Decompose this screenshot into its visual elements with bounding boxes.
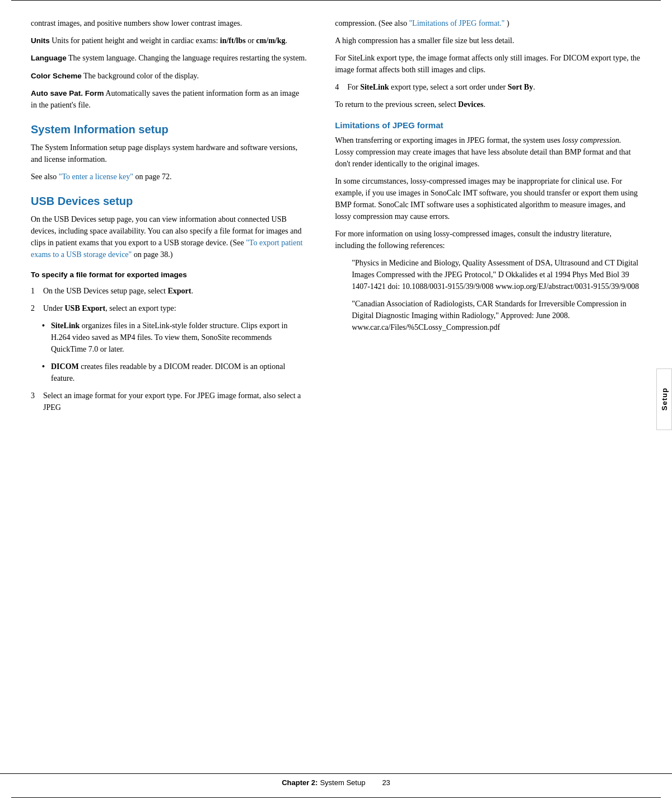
usb-intro-para: On the USB Devices setup page, you can v… [31, 213, 307, 260]
bullet-sitelink: • SiteLink organizes files in a SiteLink… [42, 320, 307, 355]
step-2: 2 Under USB Export, select an export typ… [31, 302, 307, 314]
step-3-num: 3 [31, 390, 39, 413]
jpeg-para2: In some circumstances, lossy-compressed … [335, 175, 641, 222]
step-3: 3 Select an image format for your export… [31, 390, 307, 413]
intro-para: contrast images, and positive numbers sh… [31, 17, 307, 29]
sortby-bold: Sort By [507, 83, 533, 91]
step-1: 1 On the USB Devices setup page, select … [31, 285, 307, 297]
see-also-suffix: on page 72. [136, 172, 172, 181]
footer-page-number: 23 [382, 778, 390, 787]
units-bold1: in/ft/lbs [220, 36, 246, 45]
sitelink-term: SiteLink [51, 321, 80, 330]
usb-export-bold: USB Export [65, 304, 106, 312]
system-info-see-also: See also "To enter a license key" on pag… [31, 171, 307, 183]
steps-list-2: 3 Select an image format for your export… [31, 390, 307, 413]
compression-detail-para: A high compression has a smaller file si… [335, 35, 641, 46]
jpeg-para1-prefix: When transferring or exporting images in… [335, 136, 562, 144]
step-4: 4 For SiteLink export type, select a sor… [335, 81, 641, 93]
step3-cont-suffix: ) [507, 19, 510, 27]
step-3-text: Select an image format for your export t… [43, 390, 307, 413]
units-term-para: Units Units for patient height and weigh… [31, 35, 307, 46]
main-columns: contrast images, and positive numbers sh… [0, 1, 672, 797]
quote-2-text: "Canadian Association of Radiologists, C… [352, 298, 641, 333]
bullet-list: • SiteLink organizes files in a SiteLink… [42, 320, 307, 384]
bullet-symbol-2: • [42, 361, 46, 384]
jpeg-para1: When transferring or exporting images in… [335, 134, 641, 170]
quote-1: "Physics in Medicine and Biology, Qualit… [352, 257, 641, 292]
usb-heading: USB Devices setup [31, 195, 307, 208]
steps-list: 1 On the USB Devices setup page, select … [31, 285, 307, 314]
quote-2: "Canadian Association of Radiologists, C… [352, 298, 641, 333]
quote-1-text: "Physics in Medicine and Biology, Qualit… [352, 257, 641, 292]
sitelink-bold: SiteLink [360, 83, 389, 91]
units-text: Units for patient height and weight in c… [52, 36, 287, 45]
step-4-text: For SiteLink export type, select a sort … [347, 81, 535, 93]
jpeg-limitations-heading: Limitations of JPEG format [335, 120, 641, 130]
step-4-num: 4 [335, 81, 343, 93]
footer-chapter-label: Chapter 2: [282, 778, 318, 787]
language-term: Language [31, 54, 67, 62]
right-column: compression. (See also "Limitations of J… [324, 17, 641, 764]
usb-intro-suffix: on page 38.) [134, 250, 173, 259]
footer-chapter-name: System Setup [320, 778, 365, 787]
step-1-text: On the USB Devices setup page, select Ex… [43, 285, 193, 297]
bullet-dicom: • DICOM creates files readable by a DICO… [42, 361, 307, 384]
see-also-prefix: See also [31, 172, 59, 181]
step-1-num: 1 [31, 285, 39, 297]
procedure-heading: To specify a file format for exported im… [31, 269, 307, 281]
system-info-heading: System Information setup [31, 123, 307, 136]
sitelink-dicom-para: For SiteLink export type, the image form… [335, 52, 641, 76]
auto-save-term-para: Auto save Pat. Form Automatically saves … [31, 87, 307, 111]
side-tab-label: Setup [660, 388, 669, 410]
language-text: The system language. Changing the langua… [68, 54, 307, 62]
bullet-dicom-text: DICOM creates files readable by a DICOM … [51, 361, 307, 384]
step4-list: 4 For SiteLink export type, select a sor… [335, 81, 641, 93]
step-2-text: Under USB Export, select an export type: [43, 302, 176, 314]
left-column: contrast images, and positive numbers sh… [31, 17, 324, 764]
jpeg-italic: lossy compression. [562, 136, 621, 144]
license-key-link[interactable]: "To enter a license key" [59, 172, 133, 181]
step3-continuation-para: compression. (See also "Limitations of J… [335, 17, 641, 29]
jpeg-para1-suffix: Lossy compression may create images that… [335, 148, 631, 168]
color-scheme-term: Color Scheme [31, 72, 82, 80]
jpeg-para3: For more information on using lossy-comp… [335, 228, 641, 251]
devices-bold: Devices [458, 100, 483, 109]
jpeg-limitations-link[interactable]: "Limitations of JPEG format." [409, 19, 505, 27]
page-container: contrast images, and positive numbers sh… [0, 0, 672, 798]
language-term-para: Language The system language. Changing t… [31, 52, 307, 64]
bullet-sitelink-text: SiteLink organizes files in a SiteLink-s… [51, 320, 307, 355]
color-scheme-term-para: Color Scheme The background color of the… [31, 70, 307, 82]
bullet-symbol-1: • [42, 320, 46, 355]
step-2-num: 2 [31, 302, 39, 314]
footer: Chapter 2: System Setup 23 [0, 773, 672, 787]
dicom-term: DICOM [51, 362, 79, 371]
return-para: To return to the previous screen, select… [335, 99, 641, 110]
color-scheme-text: The background color of the display. [83, 72, 199, 80]
units-term: Units [31, 36, 50, 45]
auto-save-term: Auto save Pat. Form [31, 89, 104, 97]
system-info-para: The System Information setup page displa… [31, 142, 307, 165]
return-text: To return to the previous screen, select… [335, 100, 485, 109]
export-bold: Export [167, 287, 191, 295]
step3-cont-text: compression. (See also [335, 19, 409, 27]
units-bold2: cm/m/kg [256, 36, 285, 45]
